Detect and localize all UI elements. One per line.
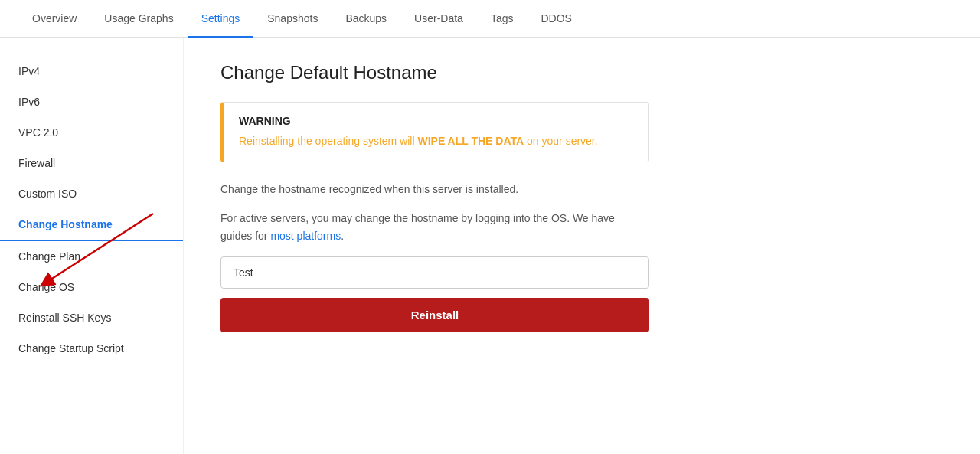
desc2-after: .	[341, 230, 344, 242]
sidebar-item-ipv6[interactable]: IPv6	[0, 87, 183, 117]
description-2: For active servers, you may change the h…	[220, 210, 649, 244]
tab-overview[interactable]: Overview	[18, 0, 90, 37]
warning-box: WARNING Reinstalling the operating syste…	[220, 102, 649, 162]
hostname-input[interactable]	[220, 256, 649, 289]
tab-user-data[interactable]: User-Data	[400, 0, 477, 37]
description-1: Change the hostname recognized when this…	[220, 181, 649, 198]
tab-ddos[interactable]: DDOS	[527, 0, 585, 37]
tab-snapshots[interactable]: Snapshots	[253, 0, 332, 37]
sidebar-item-ipv4[interactable]: IPv4	[0, 56, 183, 87]
sidebar-item-custom-iso[interactable]: Custom ISO	[0, 178, 183, 209]
sidebar-item-vpc[interactable]: VPC 2.0	[0, 117, 183, 148]
tab-tags[interactable]: Tags	[477, 0, 528, 37]
tab-backups[interactable]: Backups	[332, 0, 400, 37]
warning-text-bold: WIPE ALL THE DATA	[417, 135, 524, 147]
tab-usage-graphs[interactable]: Usage Graphs	[90, 0, 187, 37]
warning-text-after: on your server.	[524, 135, 598, 147]
sidebar-item-reinstall-ssh[interactable]: Reinstall SSH Keys	[0, 302, 183, 333]
tab-settings[interactable]: Settings	[188, 0, 254, 37]
sidebar-item-change-hostname[interactable]: Change Hostname	[0, 209, 183, 241]
warning-text: Reinstalling the operating system will W…	[239, 133, 633, 149]
sidebar-item-firewall[interactable]: Firewall	[0, 148, 183, 178]
main-content: Change Default Hostname WARNING Reinstal…	[184, 38, 873, 454]
sidebar-item-change-startup[interactable]: Change Startup Script	[0, 333, 183, 364]
sidebar-item-change-os[interactable]: Change OS	[0, 272, 183, 302]
layout: IPv4 IPv6 VPC 2.0 Firewall Custom ISO Ch…	[0, 38, 980, 454]
most-platforms-link[interactable]: most platforms	[270, 230, 341, 242]
reinstall-button[interactable]: Reinstall	[220, 298, 649, 332]
sidebar: IPv4 IPv6 VPC 2.0 Firewall Custom ISO Ch…	[0, 38, 184, 454]
warning-text-before: Reinstalling the operating system will	[239, 135, 417, 147]
top-nav: Overview Usage Graphs Settings Snapshots…	[0, 0, 980, 38]
page-title: Change Default Hostname	[220, 62, 836, 83]
warning-title: WARNING	[239, 115, 633, 127]
sidebar-item-change-plan[interactable]: Change Plan	[0, 241, 183, 272]
